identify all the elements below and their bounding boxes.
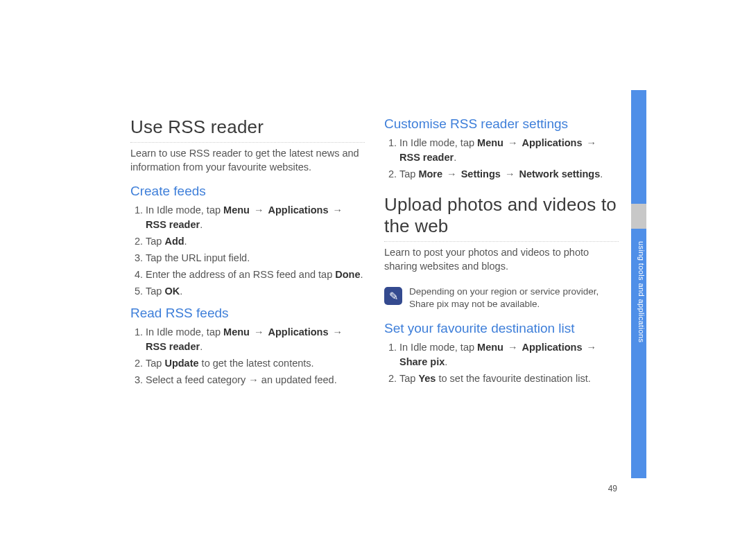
- step-bold: Menu: [223, 326, 250, 338]
- step-bold: RSS reader: [146, 219, 200, 230]
- subheading-create-feeds: Create feeds: [130, 184, 365, 199]
- arrow-icon: →: [252, 204, 266, 216]
- step-item: Tap the URL input field.: [146, 251, 365, 265]
- subheading-customise-rss: Customise RSS reader settings: [384, 116, 619, 132]
- step-item: In Idle mode, tap Menu → Applications → …: [399, 340, 619, 369]
- step-bold: Menu: [477, 342, 503, 353]
- step-text: Tap: [399, 168, 418, 180]
- step-item: In Idle mode, tap Menu → Applications → …: [399, 136, 619, 165]
- step-bold: RSS reader: [146, 341, 200, 352]
- step-bold: Settings: [461, 168, 501, 180]
- step-text: Tap: [146, 358, 164, 369]
- step-bold: Done: [335, 269, 360, 280]
- step-text: In Idle mode, tap: [399, 137, 477, 148]
- manual-page-content: Use RSS reader Learn to use RSS reader t…: [130, 116, 619, 394]
- step-text: In Idle mode, tap: [146, 204, 223, 216]
- two-column-layout: Use RSS reader Learn to use RSS reader t…: [130, 116, 619, 394]
- step-bold: Menu: [477, 137, 503, 148]
- step-text: Enter the address of an RSS feed and tap: [146, 269, 335, 280]
- side-tab-upper: [631, 90, 646, 204]
- arrow-icon: →: [332, 326, 345, 338]
- section-title-upload: Upload photos and videos to the web: [384, 194, 619, 242]
- step-bold: OK: [164, 286, 180, 297]
- note-icon: ✎: [384, 287, 402, 305]
- steps-create-feeds: In Idle mode, tap Menu → Applications → …: [130, 203, 365, 299]
- steps-favourite-destination: In Idle mode, tap Menu → Applications → …: [384, 340, 619, 386]
- step-text: In Idle mode, tap: [146, 326, 223, 338]
- intro-text-rss: Learn to use RSS reader to get the lates…: [130, 147, 365, 174]
- step-item: In Idle mode, tap Menu → Applications → …: [146, 203, 365, 232]
- arrow-icon: →: [332, 204, 345, 216]
- right-column: Customise RSS reader settings In Idle mo…: [384, 116, 619, 394]
- step-bold: Update: [164, 358, 198, 369]
- arrow-icon: →: [252, 326, 266, 338]
- step-bold: Applications: [522, 342, 582, 353]
- arrow-icon: →: [503, 168, 517, 180]
- step-item: In Idle mode, tap Menu → Applications → …: [146, 325, 365, 354]
- arrow-icon: →: [445, 168, 458, 180]
- steps-read-feeds: In Idle mode, tap Menu → Applications → …: [130, 325, 365, 387]
- side-tab-gap: [631, 204, 646, 229]
- arrow-icon: →: [506, 137, 519, 148]
- step-item: Tap Update to get the latest contents.: [146, 356, 365, 371]
- step-item: Tap Yes to set the favourite destination…: [399, 371, 619, 386]
- step-bold: Applications: [268, 326, 328, 338]
- step-item: Tap Add.: [146, 234, 365, 249]
- step-bold: RSS reader: [399, 152, 454, 163]
- pencil-icon: ✎: [389, 290, 398, 303]
- arrow-icon: →: [506, 342, 519, 353]
- step-bold: Yes: [418, 373, 436, 384]
- intro-text-upload: Learn to post your photos and videos to …: [384, 246, 619, 273]
- step-text: to get the latest contents.: [199, 358, 314, 369]
- section-title-rss: Use RSS reader: [130, 116, 365, 143]
- arrow-icon: →: [585, 342, 599, 353]
- step-bold: More: [418, 168, 442, 180]
- side-tab-label: using tools and applications: [637, 241, 646, 342]
- step-bold: Share pix: [399, 356, 445, 367]
- page-number: 49: [608, 484, 617, 493]
- note-text: Depending on your region or service prov…: [409, 286, 619, 310]
- arrow-icon: →: [585, 137, 599, 148]
- step-bold: Menu: [223, 204, 250, 216]
- step-text: In Idle mode, tap: [399, 342, 477, 353]
- steps-customise-rss: In Idle mode, tap Menu → Applications → …: [384, 136, 619, 182]
- subheading-read-feeds: Read RSS feeds: [130, 306, 365, 321]
- left-column: Use RSS reader Learn to use RSS reader t…: [130, 116, 365, 394]
- step-text: Tap: [146, 236, 164, 247]
- step-text: Tap: [399, 373, 418, 384]
- step-item: Tap More → Settings → Network settings.: [399, 167, 619, 182]
- step-text: Tap: [146, 286, 164, 297]
- step-bold: Applications: [522, 137, 582, 148]
- step-item: Enter the address of an RSS feed and tap…: [146, 268, 365, 282]
- note-box: ✎ Depending on your region or service pr…: [384, 283, 619, 313]
- step-item: Tap OK.: [146, 284, 365, 299]
- step-bold: Network settings: [519, 168, 600, 180]
- step-bold: Applications: [268, 204, 328, 216]
- step-bold: Add: [164, 236, 184, 247]
- step-item: Select a feed category → an updated feed…: [146, 373, 365, 387]
- step-text: to set the favourite destination list.: [436, 373, 590, 384]
- subheading-favourite-destination: Set your favourite destination list: [384, 321, 619, 336]
